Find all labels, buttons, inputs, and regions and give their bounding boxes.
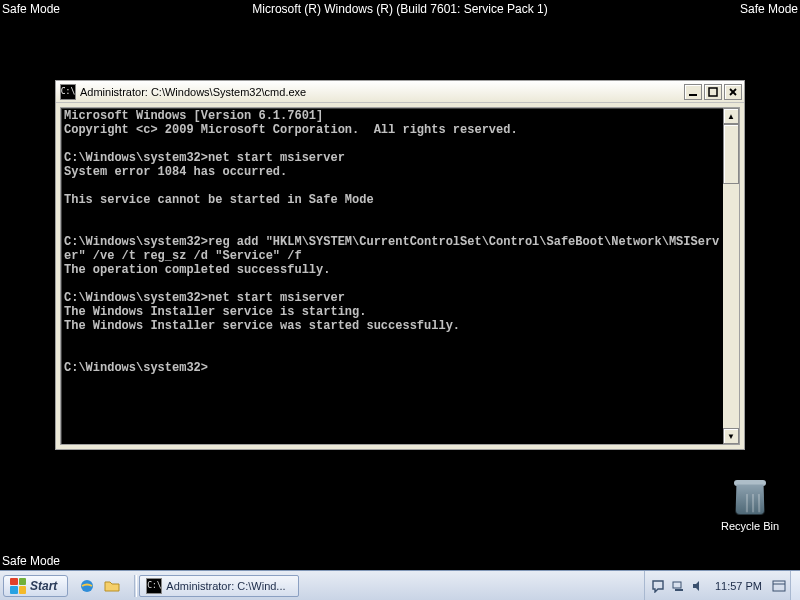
recycle-bin-desktop-icon[interactable]: Recycle Bin [714, 474, 786, 532]
svg-rect-1 [709, 88, 717, 96]
folder-icon [104, 578, 120, 594]
taskbar: Start C:\ Administrator: C:\Wind... 11:5… [0, 570, 800, 600]
recycle-bin-icon [730, 474, 770, 518]
scrollbar-track[interactable] [723, 184, 739, 428]
cmd-client-area[interactable]: Microsoft Windows [Version 6.1.7601] Cop… [60, 107, 740, 445]
windows-logo-icon [10, 578, 26, 594]
taskbar-separator [134, 575, 137, 597]
safemode-label-bottom-left: Safe Mode [2, 554, 60, 568]
start-button[interactable]: Start [3, 575, 68, 597]
cmd-output[interactable]: Microsoft Windows [Version 6.1.7601] Cop… [61, 108, 723, 444]
scrollbar-up-button[interactable]: ▲ [723, 108, 739, 124]
maximize-icon [708, 87, 718, 97]
taskbar-task-cmd[interactable]: C:\ Administrator: C:\Wind... [139, 575, 299, 597]
cmd-title: Administrator: C:\Windows\System32\cmd.e… [80, 86, 684, 98]
svg-rect-6 [675, 589, 683, 591]
cmd-client-frame: Microsoft Windows [Version 6.1.7601] Cop… [56, 103, 744, 449]
svg-rect-7 [773, 581, 785, 591]
minimize-button[interactable] [684, 84, 702, 100]
cmd-titlebar-icon: C:\ [60, 84, 76, 100]
cmd-titlebar[interactable]: C:\ Administrator: C:\Windows\System32\c… [56, 81, 744, 103]
svg-rect-5 [673, 582, 681, 588]
taskbar-clock[interactable]: 11:57 PM [711, 580, 766, 592]
taskbar-task-label: Administrator: C:\Wind... [166, 580, 285, 592]
recycle-bin-label: Recycle Bin [714, 520, 786, 532]
tray-volume-icon[interactable] [691, 579, 705, 593]
close-icon [728, 87, 738, 97]
scrollbar-thumb[interactable] [723, 124, 739, 184]
cmd-scrollbar[interactable]: ▲ ▼ [723, 108, 739, 444]
close-button[interactable] [724, 84, 742, 100]
system-tray: 11:57 PM [644, 571, 790, 600]
minimize-icon [688, 87, 698, 97]
cmd-taskbar-icon: C:\ [146, 578, 162, 594]
scrollbar-down-button[interactable]: ▼ [723, 428, 739, 444]
quick-launch-explorer[interactable] [100, 575, 124, 597]
quick-launch-ie[interactable] [75, 575, 99, 597]
build-label-top-center: Microsoft (R) Windows (R) (Build 7601: S… [252, 2, 547, 16]
safemode-label-top-left: Safe Mode [2, 2, 60, 16]
tray-action-center-icon[interactable] [651, 579, 665, 593]
show-desktop-button[interactable] [790, 571, 800, 600]
internet-explorer-icon [79, 578, 95, 594]
tray-network-icon[interactable] [671, 579, 685, 593]
start-label: Start [30, 579, 57, 593]
safemode-label-top-right: Safe Mode [740, 2, 798, 16]
quick-launch [71, 575, 128, 597]
tray-calendar-icon[interactable] [772, 579, 786, 593]
maximize-button[interactable] [704, 84, 722, 100]
cmd-window[interactable]: C:\ Administrator: C:\Windows\System32\c… [55, 80, 745, 450]
svg-rect-0 [689, 94, 697, 96]
